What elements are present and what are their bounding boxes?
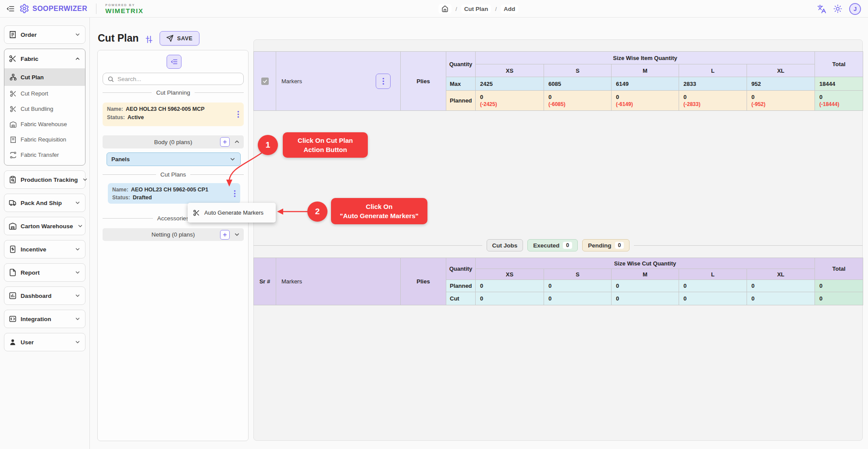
markers-more-options-button[interactable] [376, 74, 391, 89]
sidebar-item-fabric-transfer[interactable]: Fabric Transfer [4, 147, 85, 163]
planned-xl-delta: (-952) [747, 101, 815, 107]
planned-m-delta: (-6149) [612, 101, 679, 107]
sidebar-item-cut-bundling[interactable]: Cut Bundling [4, 101, 85, 117]
size-header-s: S [544, 64, 612, 77]
size-wise-item-quantity-header: Size Wise Item Quantity [476, 52, 815, 64]
sidebar-item-order[interactable]: Order [4, 25, 85, 44]
quantity-header-cell: Quantity [446, 52, 476, 77]
translate-icon[interactable] [817, 4, 826, 14]
total-header-cell: Total [815, 52, 863, 77]
cut-planned-s: 0 [544, 280, 612, 292]
brand-logo[interactable]: SOOPERWIZER [19, 4, 87, 14]
sidebar-item-cut-plan[interactable]: Cut Plan [4, 68, 85, 86]
theme-sun-icon[interactable] [833, 4, 842, 13]
total-header-cell: Total [815, 258, 863, 280]
breadcrumb-add[interactable]: Add [501, 4, 518, 14]
size-header-xl: XL [747, 64, 815, 77]
sidebar-item-carton-warehouse[interactable]: Carton Warehouse [4, 217, 85, 235]
gear-logo-icon [19, 4, 29, 14]
item-quantity-table: Markers Plies Quantity Size Wise Item Qu… [253, 51, 863, 111]
cut-plans-divider: Cut Plans [103, 171, 244, 178]
powered-by-logo: POWERED BY WIMETRIX [105, 4, 143, 14]
send-icon [166, 35, 174, 42]
chevron-down-icon [82, 177, 88, 183]
chevron-down-icon[interactable] [234, 231, 240, 238]
breadcrumb-home[interactable] [438, 4, 452, 14]
sidebar-item-user[interactable]: User [4, 333, 85, 351]
max-total: 18444 [815, 77, 863, 91]
sidebar-item-fabric-requisition[interactable]: Fabric Requisition [4, 132, 85, 147]
body-section-header: Body (0 plans) [103, 135, 244, 148]
search-input[interactable] [117, 76, 239, 82]
markers-header-cell: Markers [276, 52, 401, 111]
cut-total: 0 [815, 292, 863, 305]
divider-line [253, 245, 482, 246]
max-xs: 2425 [476, 77, 544, 91]
chevron-down-icon [75, 339, 81, 345]
divider-line [634, 245, 863, 246]
sidebar-item-cut-report[interactable]: Cut Report [4, 86, 85, 101]
chevron-up-icon [75, 56, 81, 62]
size-header-xl: XL [747, 269, 815, 280]
sidebar-item-integration[interactable]: Integration [4, 310, 85, 328]
collapse-panel-button[interactable] [167, 55, 181, 69]
planned-s: 0 [544, 94, 611, 100]
planned-xs-delta: (-2425) [476, 101, 544, 107]
cut-plan-card[interactable]: Name:AEO HOL23 CH 5962-005 CP1 Status:Dr… [108, 183, 240, 204]
markers-checkbox[interactable] [261, 78, 269, 85]
sidebar-item-pack-and-ship[interactable]: Pack And Ship [4, 194, 85, 212]
size-header-xs: XS [476, 64, 544, 77]
cut-plan-icon [10, 74, 17, 81]
breadcrumb-cut-plan[interactable]: Cut Plan [461, 4, 491, 14]
sidebar-item-fabric[interactable]: Fabric [4, 49, 85, 68]
add-netting-plan-button[interactable] [220, 230, 230, 240]
panels-dropdown[interactable]: Panels [107, 152, 241, 166]
avatar[interactable]: J [849, 3, 861, 15]
pending-chip[interactable]: Pending 0 [582, 239, 630, 251]
header-divider [96, 4, 96, 14]
executed-count-badge: 0 [563, 242, 572, 249]
size-header-s: S [544, 269, 612, 280]
context-menu-auto-generate-markers[interactable]: Auto Generate Markers [188, 203, 276, 223]
save-button[interactable]: SAVE [160, 31, 199, 46]
max-row-label: Max [446, 77, 476, 91]
transfer-icon [10, 152, 17, 159]
bar-chart-icon [9, 292, 17, 300]
breadcrumb-separator: / [495, 6, 497, 12]
add-body-plan-button[interactable] [220, 137, 230, 147]
cut-m: 0 [612, 292, 679, 305]
sidebar-item-production-tracking[interactable]: Production Tracking [4, 170, 85, 189]
search-box [103, 73, 244, 85]
planned-row-label: Planned [446, 91, 476, 111]
size-header-l: L [679, 269, 747, 280]
sidebar-group-fabric: Fabric Cut Plan Cut Report Cut Bundling [4, 49, 85, 166]
code-icon [9, 315, 17, 323]
annotation-step-1-badge: 1 [258, 135, 278, 155]
cut-jobs-chip[interactable]: Cut Jobs [487, 239, 523, 251]
annotation-step-2-badge: 2 [307, 202, 327, 222]
document-icon [9, 269, 17, 276]
pending-count-badge: 0 [615, 242, 624, 249]
sidebar-item-fabric-warehouse[interactable]: Fabric Warehouse [4, 117, 85, 132]
chevron-down-icon [229, 156, 236, 163]
executed-chip[interactable]: Executed 0 [527, 239, 578, 251]
cut-plan-action-button[interactable] [234, 190, 236, 197]
size-header-m: M [612, 64, 679, 77]
sidebar-item-dashboard[interactable]: Dashboard [4, 286, 85, 305]
menu-fold-icon[interactable] [6, 4, 15, 13]
chevron-up-icon[interactable] [234, 138, 240, 145]
more-options-icon[interactable] [237, 111, 239, 118]
brand-name: SOOPERWIZER [32, 5, 87, 13]
chevron-down-icon [75, 316, 81, 322]
filter-sliders-icon[interactable] [145, 35, 153, 44]
dollar-document-icon [9, 245, 17, 253]
cut-planning-card[interactable]: Name:AEO HOL23 CH 5962-005 MCP Status:Ac… [103, 103, 244, 126]
cut-jobs-bar: Cut Jobs Executed 0 Pending 0 [253, 239, 863, 251]
plies-header-cell: Plies [401, 52, 446, 111]
chevron-down-icon [75, 32, 81, 38]
sidebar-item-report[interactable]: Report [4, 263, 85, 282]
sidebar-item-incentive[interactable]: Incentive [4, 240, 85, 258]
powered-by-label: POWERED BY [105, 4, 143, 7]
max-xl: 952 [747, 77, 815, 91]
cut-planned-m: 0 [612, 280, 679, 292]
